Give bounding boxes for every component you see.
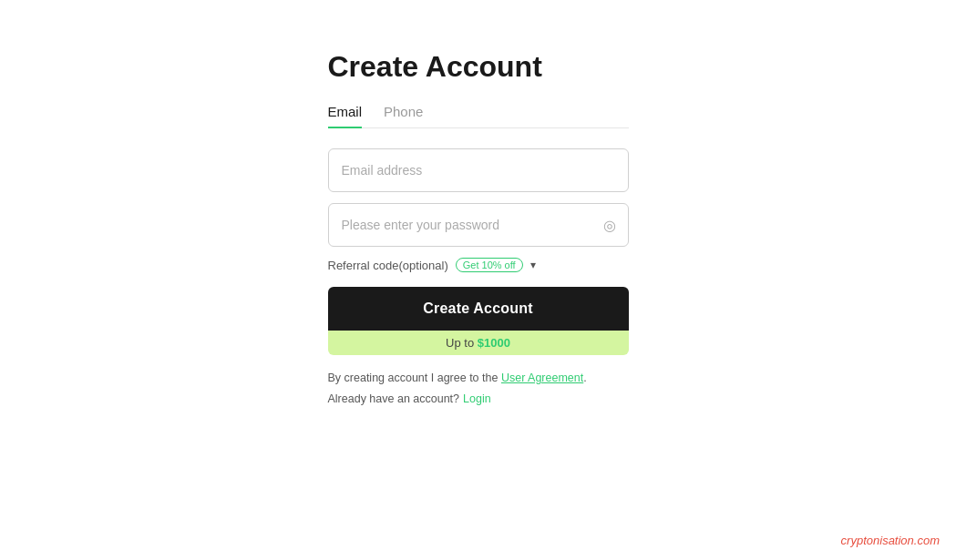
tab-bar: Email Phone [328, 104, 629, 128]
toggle-password-icon[interactable]: ◎ [603, 217, 616, 234]
agreement-suffix: . [583, 372, 586, 384]
agreement-prefix: By creating account I agree to the [328, 372, 501, 384]
login-text: Already have an account?Login [328, 392, 629, 405]
create-account-button[interactable]: Create Account [328, 287, 629, 331]
bonus-bar: Up to $1000 [328, 331, 629, 355]
bonus-amount: $1000 [478, 336, 510, 350]
agreement-text: By creating account I agree to the User … [328, 370, 629, 387]
password-input[interactable] [328, 203, 629, 247]
referral-label: Referral code(optional) [328, 259, 448, 272]
form-wrapper: Create Account Email Phone ◎ Referral co… [328, 50, 629, 405]
bonus-prefix: Up to [446, 336, 478, 350]
watermark: cryptonisation.com [841, 534, 940, 547]
page-container: Create Account Email Phone ◎ Referral co… [0, 0, 956, 560]
password-wrapper: ◎ [328, 203, 629, 247]
page-title: Create Account [328, 50, 629, 84]
tab-email[interactable]: Email [328, 104, 363, 128]
referral-badge[interactable]: Get 10% off [456, 258, 523, 272]
email-input[interactable] [328, 148, 629, 192]
referral-chevron-icon[interactable]: ▾ [530, 259, 536, 271]
user-agreement-link[interactable]: User Agreement [501, 372, 583, 384]
tab-phone[interactable]: Phone [384, 104, 423, 128]
referral-row: Referral code(optional) Get 10% off ▾ [328, 258, 629, 272]
login-prefix: Already have an account? [328, 392, 460, 405]
login-link[interactable]: Login [463, 392, 491, 405]
